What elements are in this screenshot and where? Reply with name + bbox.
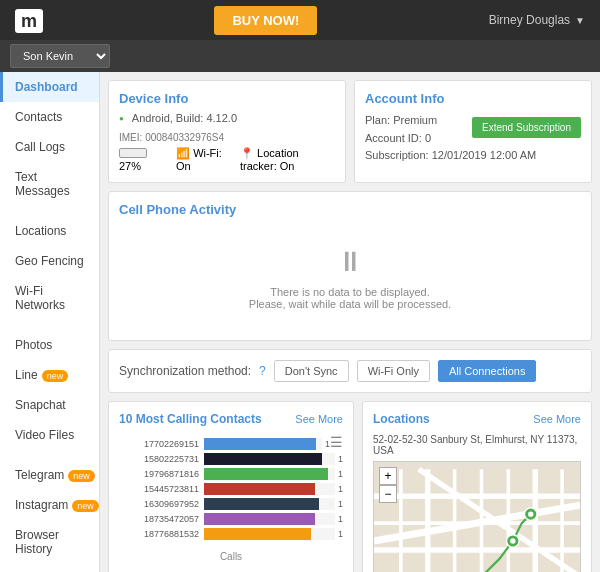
sidebar-item-wi-fi-networks[interactable]: Wi-Fi Networks: [0, 276, 99, 320]
sidebar-item-video-files[interactable]: Video Files: [0, 420, 99, 450]
account-info-title: Account Info: [365, 91, 581, 106]
sidebar: DashboardContactsCall LogsText MessagesL…: [0, 72, 100, 572]
sidebar-item-instagram[interactable]: Instagramnew: [0, 490, 99, 520]
map-container: + − Leaflet | © Tiles Courtesy of MapQue…: [373, 461, 581, 572]
sidebar-item-dashboard[interactable]: Dashboard: [0, 72, 99, 102]
sidebar-item-geo-fencing[interactable]: Geo Fencing: [0, 246, 99, 276]
bar-count: 1: [338, 514, 343, 524]
bar-wrap: [204, 498, 335, 510]
zoom-in-button[interactable]: +: [379, 467, 397, 485]
locations-title: Locations: [373, 412, 430, 426]
bar-wrap: [204, 438, 322, 450]
buy-now-button[interactable]: BUY NOW!: [214, 6, 317, 35]
sync-card: Synchronization method: ? Don't Sync Wi-…: [108, 349, 592, 393]
bar-count: 1: [338, 469, 343, 479]
bar-label: 15445723811: [119, 484, 204, 494]
calling-contacts-see-more[interactable]: See More: [295, 413, 343, 425]
bar-label: 16309697952: [119, 499, 204, 509]
logo: m: [15, 9, 43, 32]
bar: [204, 483, 315, 495]
table-row: 19796871816 1: [119, 468, 343, 480]
bar-wrap: [204, 468, 335, 480]
all-connections-button[interactable]: All Connections: [438, 360, 536, 382]
sync-row: Synchronization method: ? Don't Sync Wi-…: [119, 360, 581, 382]
cell-phone-activity-card: Cell Phone Activity ⏸ There is no data t…: [108, 191, 592, 341]
calling-contacts-card: 10 Most Calling Contacts See More ☰ 1770…: [108, 401, 354, 572]
sidebar-item-snapchat[interactable]: Snapchat: [0, 390, 99, 420]
location-status: 📍 Location tracker: On: [240, 147, 335, 172]
locations-header: Locations See More: [373, 412, 581, 426]
sidebar-item-emails[interactable]: Emails: [0, 564, 99, 572]
table-row: 17702269151 1: [119, 438, 330, 450]
badge: new: [68, 470, 95, 482]
table-row: 18776881532 1: [119, 528, 343, 540]
wifi-status: 📶 Wi-Fi: On: [176, 147, 228, 172]
bar-label: 15802225731: [119, 454, 204, 464]
bar-wrap: [204, 528, 335, 540]
bar: [204, 438, 316, 450]
logo-icon: m: [15, 9, 43, 33]
bar: [204, 453, 322, 465]
sidebar-divider: [0, 206, 99, 216]
device-selector[interactable]: Son Kevin: [10, 44, 110, 68]
bar-label: 17702269151: [119, 439, 204, 449]
badge: new: [42, 370, 69, 382]
activity-content: ⏸ There is no data to be displayed. Plea…: [119, 225, 581, 330]
location-icon: 📍: [240, 147, 254, 159]
top-cards: Device Info ● Android, Build: 4.12.0 IME…: [108, 80, 592, 191]
location-address: 52-02-52-30 Sanbury St, Elmhurst, NY 113…: [373, 434, 581, 456]
sidebar-item-line[interactable]: Linenew: [0, 360, 99, 390]
battery-indicator: 27%: [119, 148, 164, 172]
pause-icon: ⏸: [119, 245, 581, 278]
cell-phone-activity-title: Cell Phone Activity: [119, 202, 581, 217]
device-info-items: 27% 📶 Wi-Fi: On 📍 Location tracker: On: [119, 147, 335, 172]
sync-help-icon[interactable]: ?: [259, 364, 266, 378]
sidebar-divider: [0, 450, 99, 460]
bar: [204, 528, 311, 540]
bar-wrap: [204, 453, 335, 465]
bar: [204, 498, 319, 510]
zoom-out-button[interactable]: −: [379, 485, 397, 503]
hamburger-icon[interactable]: ☰: [330, 434, 343, 450]
user-menu[interactable]: Birney Douglas ▼: [489, 13, 585, 27]
device-os-row: ● Android, Build: 4.12.0 IMEI: 000840332…: [119, 112, 335, 143]
table-row: 16309697952 1: [119, 498, 343, 510]
bar-count: 1: [338, 499, 343, 509]
device-imei: IMEI: 000840332976S4: [119, 132, 224, 143]
sidebar-item-call-logs[interactable]: Call Logs: [0, 132, 99, 162]
sidebar-item-telegram[interactable]: Telegramnew: [0, 460, 99, 490]
calling-contacts-header: 10 Most Calling Contacts See More: [119, 412, 343, 426]
sidebar-item-text-messages[interactable]: Text Messages: [0, 162, 99, 206]
battery-bar: [119, 148, 147, 158]
svg-point-18: [510, 538, 515, 543]
chevron-down-icon: ▼: [575, 15, 585, 26]
bar-count: 1: [338, 484, 343, 494]
badge: new: [72, 500, 99, 512]
svg-point-20: [528, 511, 533, 516]
bar-label: 19796871816: [119, 469, 204, 479]
device-os: Android, Build: 4.12.0: [132, 112, 237, 124]
sidebar-item-locations[interactable]: Locations: [0, 216, 99, 246]
sidebar-item-contacts[interactable]: Contacts: [0, 102, 99, 132]
map-svg: [374, 462, 580, 572]
device-info-card: Device Info ● Android, Build: 4.12.0 IME…: [108, 80, 346, 183]
bar-wrap: [204, 483, 335, 495]
sidebar-item-browser-history[interactable]: Browser History: [0, 520, 99, 564]
locations-see-more[interactable]: See More: [533, 413, 581, 425]
map-zoom: + −: [379, 467, 397, 503]
calling-contacts-title: 10 Most Calling Contacts: [119, 412, 262, 426]
extend-subscription-button[interactable]: Extend Subscription: [472, 117, 581, 138]
bar: [204, 468, 328, 480]
dont-sync-button[interactable]: Don't Sync: [274, 360, 349, 382]
sidebar-item-photos[interactable]: Photos: [0, 330, 99, 360]
bar-label: 18735472057: [119, 514, 204, 524]
header: m BUY NOW! Birney Douglas ▼: [0, 0, 600, 40]
bar-wrap: [204, 513, 335, 525]
table-row: 18735472057 1: [119, 513, 343, 525]
wifi-icon: 📶: [176, 147, 190, 159]
wifi-only-button[interactable]: Wi-Fi Only: [357, 360, 430, 382]
bar-count: 1: [338, 454, 343, 464]
user-name: Birney Douglas: [489, 13, 570, 27]
main-layout: DashboardContactsCall LogsText MessagesL…: [0, 72, 600, 572]
bar: [204, 513, 315, 525]
